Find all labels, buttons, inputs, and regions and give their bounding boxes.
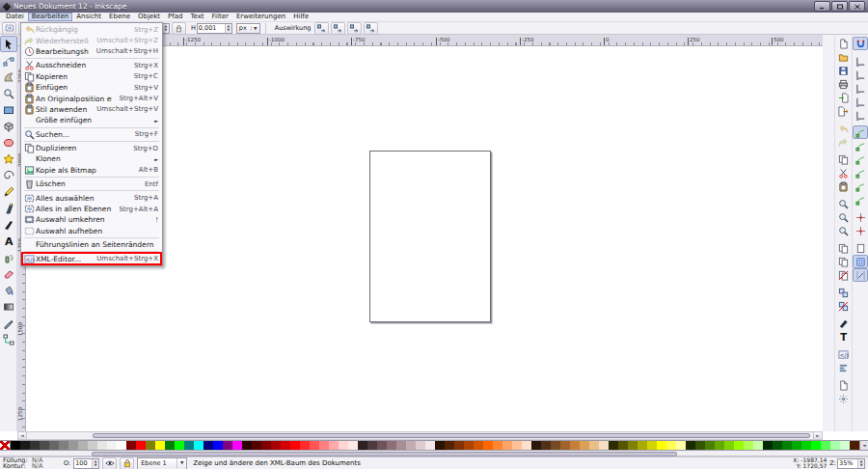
- palette-swatch[interactable]: [773, 441, 782, 450]
- menu-item-führungslinien-an-seitenrändern[interactable]: Führungslinien an Seitenrändern: [22, 239, 161, 250]
- menu-item-alles-auswählen[interactable]: Alles auswählenStrg+A: [22, 192, 161, 203]
- command-paste[interactable]: [835, 179, 851, 193]
- palette-swatch[interactable]: [445, 441, 454, 450]
- command-fill-and-stroke-dialog[interactable]: [835, 317, 851, 330]
- palette-swatch[interactable]: [377, 441, 387, 450]
- palette-swatch[interactable]: [435, 441, 445, 450]
- tool-selector[interactable]: [0, 36, 17, 52]
- horizontal-scrollbar-thumb[interactable]: [93, 433, 810, 438]
- scroll-left-icon[interactable]: ◄: [18, 432, 27, 439]
- palette-swatch[interactable]: [502, 441, 512, 450]
- palette-swatch[interactable]: [734, 441, 744, 450]
- layer-selector[interactable]: Ebene 1 ▼: [137, 457, 187, 469]
- palette-swatch[interactable]: [782, 441, 792, 450]
- palette-swatch[interactable]: [483, 441, 493, 450]
- palette-swatch[interactable]: [290, 441, 300, 450]
- palette-swatch[interactable]: [406, 441, 416, 450]
- palette-swatch[interactable]: [358, 441, 367, 450]
- palette-swatch[interactable]: [155, 441, 165, 450]
- menu-item-suchen[interactable]: Suchen...Strg+F: [22, 129, 161, 140]
- palette-swatch[interactable]: [184, 441, 194, 450]
- palette-swatch[interactable]: [570, 441, 580, 450]
- tool-eraser[interactable]: [0, 265, 17, 282]
- palette-swatch[interactable]: [763, 441, 773, 450]
- snap-snap-nodes[interactable]: [853, 125, 868, 139]
- command-zoom-to-selection[interactable]: [835, 197, 851, 210]
- command-preferences[interactable]: [835, 392, 851, 405]
- snap-snap-page-border[interactable]: [853, 241, 868, 255]
- menubar-item-erweiterungen[interactable]: Erweiterungen: [232, 13, 289, 21]
- command-group[interactable]: [835, 286, 851, 299]
- palette-swatch[interactable]: [580, 441, 589, 450]
- tool-text[interactable]: A: [0, 233, 17, 249]
- palette-swatch[interactable]: [387, 441, 396, 450]
- snap-snap-guides[interactable]: [853, 268, 868, 282]
- palette-swatch[interactable]: [20, 441, 30, 450]
- palette-swatch[interactable]: [78, 441, 88, 450]
- command-undo[interactable]: [835, 122, 851, 135]
- palette-swatch[interactable]: [49, 441, 59, 450]
- layer-lock-toggle[interactable]: [120, 457, 134, 469]
- palette-swatch[interactable]: [232, 441, 242, 450]
- tool-ellipse[interactable]: [0, 134, 17, 151]
- zoom-spinner-icon[interactable]: ▲▼: [857, 459, 864, 468]
- snap-snap-smooth-nodes[interactable]: [853, 179, 868, 193]
- field-h-input-spinner-icon[interactable]: ▲▼: [225, 24, 231, 33]
- snap-snap-rotation-centers[interactable]: [853, 224, 868, 237]
- command-save-document[interactable]: [835, 64, 851, 77]
- layer-visibility-toggle[interactable]: [102, 457, 117, 469]
- command-export-image[interactable]: [835, 104, 851, 118]
- palette-swatch[interactable]: [551, 441, 560, 450]
- menubar-item-filter[interactable]: Filter: [208, 13, 232, 21]
- snap-snap-bbox-centers[interactable]: [853, 108, 868, 122]
- palette-swatch[interactable]: [88, 441, 97, 450]
- palette-swatch[interactable]: [637, 441, 647, 450]
- palette-swatch[interactable]: [801, 441, 811, 450]
- menubar-item-hilfe[interactable]: Hilfe: [289, 13, 312, 21]
- palette-swatch[interactable]: [618, 441, 628, 450]
- palette-swatch[interactable]: [454, 441, 464, 450]
- menubar-item-ansicht[interactable]: Ansicht: [72, 13, 105, 21]
- palette-swatch[interactable]: [830, 441, 840, 450]
- snap-snap-bbox-corners[interactable]: [853, 81, 868, 95]
- menu-item-bearbeitungshistorie[interactable]: Bearbeitungshistorie...Umschalt+Strg+H: [22, 46, 161, 57]
- menu-item-ausschneiden[interactable]: AusschneidenStrg+X: [22, 60, 161, 70]
- menu-item-kopieren[interactable]: KopierenStrg+C: [22, 71, 161, 82]
- snap-snap-to-paths[interactable]: [853, 139, 868, 152]
- opacity-spinner-icon[interactable]: ▲▼: [92, 459, 98, 468]
- palette-swatch[interactable]: [657, 441, 666, 450]
- menubar-item-ebene[interactable]: Ebene: [105, 13, 134, 21]
- tool-node-editor[interactable]: [0, 52, 17, 69]
- palette-swatch[interactable]: [541, 441, 551, 450]
- palette-swatch[interactable]: [744, 441, 753, 450]
- tool-paint-bucket[interactable]: [0, 282, 17, 298]
- command-copy[interactable]: [835, 152, 851, 166]
- palette-swatch[interactable]: [136, 441, 146, 450]
- command-xml-editor-dialog[interactable]: </>: [835, 347, 851, 361]
- command-cut[interactable]: [835, 166, 851, 179]
- palette-none-swatch[interactable]: [0, 441, 11, 450]
- field-h-input[interactable]: 0,001▲▼: [197, 23, 232, 34]
- menu-item-klonen[interactable]: Klonen►: [22, 153, 161, 164]
- snap-snap-line-midpoints[interactable]: [853, 193, 868, 207]
- menu-item-alles-in-allen-ebenen-auswählen[interactable]: Alles in allen Ebenen auswählenStrg+Alt+…: [22, 204, 161, 214]
- tool-tweak[interactable]: [0, 69, 17, 85]
- palette-swatch[interactable]: [715, 441, 724, 450]
- palette-swatch[interactable]: [126, 441, 136, 450]
- menu-item-kopie-als-bitmap[interactable]: Kopie als BitmapAlt+B: [22, 165, 161, 176]
- menu-item-xml-editor[interactable]: </>XML-Editor...Umschalt+Strg+X: [22, 253, 161, 263]
- tool-calligraphy[interactable]: [0, 216, 17, 233]
- menubar-item-pfad[interactable]: Pfad: [164, 13, 186, 21]
- palette-swatch[interactable]: [97, 441, 107, 450]
- tool-rectangle[interactable]: [0, 101, 17, 118]
- palette-swatch[interactable]: [348, 441, 358, 450]
- palette-swatch[interactable]: [792, 441, 801, 450]
- tool-dropper[interactable]: [0, 315, 17, 331]
- snap-snap-enable[interactable]: [853, 37, 868, 50]
- menu-item-größe-einfügen[interactable]: Größe einfügen►: [22, 115, 161, 125]
- minimize-button[interactable]: [814, 1, 830, 12]
- menu-item-auswahl-umkehren[interactable]: Auswahl umkehren!: [22, 214, 161, 225]
- command-redo[interactable]: [835, 135, 851, 149]
- palette-swatch[interactable]: [68, 441, 78, 450]
- snap-snap-bbox-edge-midpoints[interactable]: [853, 95, 868, 108]
